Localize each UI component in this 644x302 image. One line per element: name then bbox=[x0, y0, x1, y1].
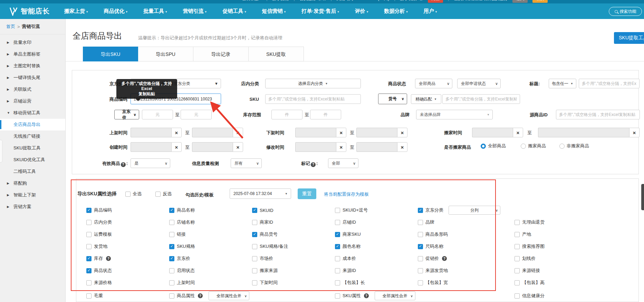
checkbox-运费模板[interactable] bbox=[86, 232, 92, 237]
title-input[interactable] bbox=[579, 79, 640, 88]
sku-extract-tool-button[interactable]: SKU提取工具 bbox=[614, 32, 644, 44]
sidebar-item-单品主图标签[interactable]: ▶单品主图标签 bbox=[0, 48, 65, 60]
tab-export-spu[interactable]: 导出SPU bbox=[138, 47, 193, 61]
nav-item-打单·发货·售后[interactable]: 打单·发货·售后▾ bbox=[301, 8, 339, 14]
collapsed-panel-handle[interactable] bbox=[0, 140, 2, 163]
search-function-button[interactable]: 搜索功能 bbox=[609, 7, 642, 16]
help-icon[interactable]: ? bbox=[198, 293, 203, 298]
clear-icon[interactable]: × bbox=[513, 128, 523, 137]
topbar-badge-button[interactable]: 续费 bbox=[532, 0, 548, 3]
sku-input[interactable] bbox=[265, 94, 361, 104]
tab-export-records[interactable]: 导出记录 bbox=[193, 47, 249, 61]
sidebar-item-一键详情头尾[interactable]: ▶一键详情头尾 bbox=[0, 72, 65, 84]
clear-icon[interactable]: × bbox=[233, 142, 243, 152]
sidebar-item-SKU提取工具[interactable]: SKU提取工具 bbox=[0, 142, 65, 154]
topbar-badge-button[interactable]: 充值 bbox=[428, 0, 443, 3]
reset-button[interactable]: 重置 bbox=[298, 188, 316, 199]
checkbox-【包装】宽[interactable] bbox=[418, 280, 423, 285]
checkbox-上架时间[interactable] bbox=[169, 280, 174, 285]
shelf-off-start-date[interactable]: × bbox=[295, 128, 346, 137]
checkbox-毛重[interactable] bbox=[86, 293, 92, 299]
sidebar-item-无线推广链接[interactable]: 无线推广链接 bbox=[0, 130, 65, 142]
clear-icon[interactable]: × bbox=[397, 142, 407, 152]
checkbox-店铺ID[interactable] bbox=[335, 220, 340, 225]
item-number-select[interactable]: 货号∨ bbox=[378, 94, 407, 104]
modify-start-date[interactable]: × bbox=[295, 142, 346, 152]
valid-product-select[interactable]: 是∨ bbox=[131, 158, 170, 168]
clear-icon[interactable]: × bbox=[336, 142, 346, 152]
topbar-item[interactable]: 新手指南 bbox=[272, 0, 289, 2]
checkbox-商品状态[interactable] bbox=[86, 268, 92, 273]
topbar-item[interactable]: 到期时间: 2025-08-10 (33天) bbox=[337, 0, 390, 2]
checkbox-SKUID+逗号[interactable] bbox=[335, 208, 340, 213]
select-全部属性合并[interactable]: 全部属性合并∨ bbox=[375, 291, 415, 300]
checkbox-无理由退货[interactable] bbox=[515, 220, 520, 225]
history-template-select[interactable]: 2025-07-08 17:32:04▼ bbox=[230, 188, 291, 199]
nav-item-批量工具[interactable]: 批量工具▾ bbox=[143, 8, 167, 14]
clear-icon[interactable]: × bbox=[336, 128, 346, 137]
sidebar-item-营销方案[interactable]: ▶营销方案 bbox=[0, 201, 65, 213]
sidebar-item-全店商品导出[interactable]: 全店商品导出 bbox=[0, 119, 65, 130]
topbar-item[interactable]: 已购买短信宝自动防骚扰服务 bbox=[454, 0, 508, 2]
product-status-select[interactable]: 全部商品∨ bbox=[415, 79, 452, 88]
checkbox-京东价[interactable] bbox=[169, 256, 174, 261]
checkbox-SKU规格/备注[interactable] bbox=[252, 244, 257, 249]
sidebar-item-移动营销工具[interactable]: ▼移动营销工具 bbox=[0, 107, 65, 119]
clear-icon[interactable]: × bbox=[397, 128, 407, 137]
radio-not-moved-products[interactable]: 非搬家商品 bbox=[559, 143, 589, 149]
select-全部属性合并[interactable]: 全部属性合并∨ bbox=[209, 291, 249, 300]
checkbox-发货地[interactable] bbox=[86, 244, 92, 249]
select-all-checkbox[interactable]: 全选 bbox=[125, 191, 142, 197]
title-match-dropdown[interactable]: 包含任一▼ bbox=[549, 79, 576, 88]
checkbox-商品属性[interactable] bbox=[169, 293, 174, 299]
help-icon[interactable]: ? bbox=[106, 256, 111, 261]
checkbox-SKU属性[interactable] bbox=[335, 293, 340, 299]
tab-export-sku[interactable]: 导出SKU bbox=[83, 47, 138, 61]
checkbox-商品编码[interactable] bbox=[86, 208, 92, 213]
checkbox-商家ID[interactable] bbox=[252, 220, 257, 225]
modify-end-date[interactable]: × bbox=[356, 142, 407, 152]
shelf-off-end-date[interactable]: × bbox=[356, 128, 407, 137]
sidebar-item-智能上下架[interactable]: ▶智能上下架 bbox=[0, 189, 65, 201]
topbar-item[interactable]: 在线客服 ▾ bbox=[242, 0, 261, 2]
sidebar-item-关联版式[interactable]: ▶关联版式 bbox=[0, 84, 65, 95]
checkbox-SKUID[interactable] bbox=[252, 208, 257, 213]
topbar-item[interactable]: 会员服务·帮助 bbox=[300, 0, 326, 2]
topbar-badge-button[interactable]: 进入 bbox=[512, 0, 528, 3]
checkbox-下架时间[interactable] bbox=[252, 280, 257, 285]
scrollbar-thumb[interactable] bbox=[641, 184, 644, 210]
shelf-on-start-date[interactable]: × bbox=[131, 128, 182, 137]
nav-item-评价[interactable]: 评价▾ bbox=[355, 8, 368, 14]
move-end-date[interactable]: × bbox=[538, 128, 640, 137]
help-icon[interactable]: ? bbox=[364, 293, 369, 298]
price-type-select[interactable]: 京东价∨ bbox=[114, 110, 139, 119]
clear-icon[interactable]: × bbox=[171, 142, 182, 152]
radio-all-products[interactable]: 全部商品 bbox=[481, 143, 506, 149]
breadcrumb-home-link[interactable]: 首页 bbox=[6, 23, 15, 30]
tab-sku-extract[interactable]: SKU提取 bbox=[249, 47, 304, 61]
checkbox-划线价[interactable] bbox=[515, 256, 520, 261]
clear-icon[interactable]: × bbox=[171, 128, 182, 137]
sidebar-item-批量水印[interactable]: ▶批量水印 bbox=[0, 37, 65, 48]
help-icon[interactable]: ? bbox=[311, 162, 316, 167]
match-mode-dropdown[interactable]: 精确匹配▼ bbox=[411, 94, 441, 104]
checkbox-库存[interactable] bbox=[86, 256, 92, 261]
checkbox-来源价格[interactable] bbox=[86, 280, 92, 285]
sidebar-item-店铺运营[interactable]: ▶店铺运营 bbox=[0, 95, 65, 107]
move-start-date[interactable]: × bbox=[472, 128, 523, 137]
checkbox-搬家来源[interactable] bbox=[252, 268, 257, 273]
clear-icon[interactable]: × bbox=[629, 128, 640, 137]
brand-select[interactable]: 未选择品牌▼ bbox=[416, 110, 493, 119]
checkbox-SKU规格[interactable] bbox=[169, 244, 174, 249]
nav-item-商品优化[interactable]: 商品优化▾ bbox=[104, 8, 128, 14]
item-number-input[interactable] bbox=[442, 94, 520, 104]
radio-moved-products[interactable]: 搬家商品 bbox=[521, 143, 546, 149]
help-icon[interactable]: ? bbox=[121, 162, 126, 167]
checkbox-来源发货地[interactable] bbox=[418, 268, 423, 273]
sidebar-item-SKUID优化工具[interactable]: SKUID优化工具 bbox=[0, 154, 65, 166]
create-end-date[interactable]: × bbox=[192, 142, 243, 152]
price-min-input[interactable] bbox=[142, 110, 173, 119]
sidebar-item-主图定时替换[interactable]: ▶主图定时替换 bbox=[0, 60, 65, 72]
nav-item-促销工具[interactable]: 促销工具▾ bbox=[222, 8, 246, 14]
shelf-on-end-date[interactable]: × bbox=[192, 128, 243, 137]
